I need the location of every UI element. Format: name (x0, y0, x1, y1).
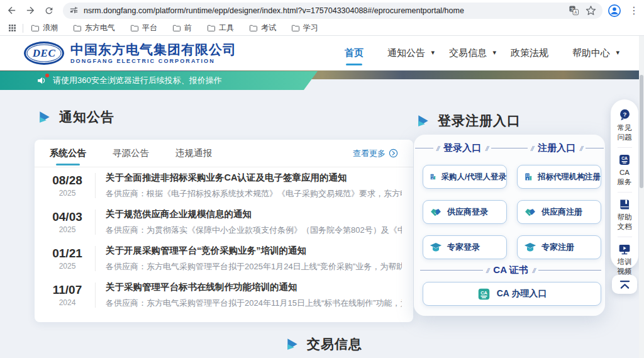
reload-icon (44, 6, 54, 16)
bookmark-folder-dongfang[interactable]: 东方电气 (70, 22, 118, 35)
notice-row[interactable]: 11/07 2024 关于采购管理平台标书在线制作功能培训的通知 各供应商：东方… (35, 277, 413, 313)
forward-button[interactable] (23, 2, 38, 20)
forward-arrow-icon (25, 5, 36, 16)
ca-apply-button[interactable]: CA CA 办理入口 (423, 282, 601, 306)
section-arrow-icon (38, 111, 52, 123)
tab-system-notices[interactable]: 系统公告 (50, 140, 86, 167)
bookmark-folder-langchao[interactable]: 浪潮 (28, 22, 60, 35)
supplier-login-button[interactable]: 供应商登录 (423, 200, 507, 224)
nav-home[interactable]: 首页 (345, 43, 364, 63)
tab-sourcing-notices[interactable]: 寻源公告 (113, 140, 149, 167)
building-icon (524, 171, 533, 183)
quick-access-sidebar: ? 常见问题 CA CA服务 帮助文档 (611, 99, 638, 269)
reload-button[interactable] (42, 2, 57, 20)
folder-icon (73, 24, 82, 33)
question-bubble-icon: ? (618, 108, 631, 121)
notice-date: 08/28 2025 (47, 174, 87, 198)
apps-grid-button[interactable] (5, 22, 19, 35)
notice-title[interactable]: 关于规范供应商企业规模信息的通知 (106, 208, 402, 220)
apps-grid-icon (8, 24, 16, 32)
browser-notice-banner: 请使用360安全浏览器进行后续投标、报价操作 (0, 71, 318, 90)
collapse-sidebar-button[interactable] (612, 275, 637, 294)
agency-register-button[interactable]: 招标代理机构注册 (517, 165, 601, 189)
login-section-title: 登录注册入口 (438, 112, 521, 130)
nav-help-center[interactable]: 帮助中心 (572, 43, 610, 63)
divider (95, 282, 96, 308)
bookmark-folder-platform[interactable]: 平台 (128, 22, 160, 35)
company-name-cn: 中国东方电气集团有限公司 (70, 42, 236, 57)
view-more-link[interactable]: 查看更多 (353, 148, 398, 159)
handshake-icon (524, 206, 536, 218)
graduation-cap-icon (430, 241, 442, 254)
nav-trade-info[interactable]: 交易信息 (449, 43, 487, 63)
section-arrow-icon (286, 338, 299, 350)
notices-tabbar: 系统公告 寻源公告 违规通报 查看更多 (35, 140, 413, 167)
site-settings-icon[interactable] (69, 6, 79, 15)
notice-summary: 各供应商：为贯彻落实《保障中小企业款项支付条例》（国务院令第802号）及《中小企… (106, 225, 402, 236)
building-icon (430, 171, 436, 183)
login-section-header: 登录注册入口 (416, 112, 521, 130)
folder-icon (249, 24, 258, 33)
site-header: DEC 中国东方电气集团有限公司 DONGFANG ELECTRIC CORPO… (0, 36, 644, 70)
training-videos-shortcut[interactable]: 培训视频 (618, 237, 632, 281)
notice-title[interactable]: 关于采购管理平台标书在线制作功能培训的通知 (106, 281, 402, 293)
divider (95, 210, 96, 235)
chrome-menu-button[interactable] (626, 6, 644, 16)
notice-title[interactable]: 关于全面推进非招标采购业务CA认证及电子签章应用的通知 (106, 172, 402, 184)
section-arrow-icon (416, 115, 430, 127)
back-button[interactable] (4, 2, 19, 20)
notices-card: 系统公告 寻源公告 违规通报 查看更多 08/28 2025 关于全面推进非招标… (35, 140, 413, 322)
company-logo[interactable]: DEC 中国东方电气集团有限公司 DONGFANG ELECTRIC CORPO… (24, 42, 236, 65)
bookmark-folder-exam[interactable]: 考试 (247, 22, 279, 35)
notice-row[interactable]: 01/21 2025 关于开展采购管理平台“竞价采购业务”培训的通知 各供应商：… (35, 240, 413, 277)
ca-certificate-icon: CA (477, 288, 491, 301)
ca-service-shortcut[interactable]: CA CA服务 (618, 147, 632, 192)
notices-section-header: 通知公告 (38, 108, 114, 126)
browser-toolbar: nsrm.dongfang.com/platform/runtime/epp/d… (0, 0, 644, 21)
ca-badge-icon: CA (618, 154, 631, 166)
notice-title[interactable]: 关于开展采购管理平台“竞价采购业务”培训的通知 (106, 245, 402, 257)
scrollbar-thumb[interactable] (640, 75, 643, 188)
folder-icon (31, 24, 40, 33)
bookmark-folder-front[interactable]: 前 (170, 22, 194, 35)
svg-text:?: ? (623, 111, 626, 118)
notice-row[interactable]: 04/03 2025 关于规范供应商企业规模信息的通知 各供应商：为贯彻落实《保… (35, 204, 413, 240)
supplier-register-button[interactable]: 供应商注册 (517, 200, 601, 224)
url-text[interactable]: nsrm.dongfang.com/platform/runtime/epp/d… (84, 6, 564, 15)
company-name-en: DONGFANG ELECTRIC CORPORATION (70, 58, 236, 64)
nav-policies[interactable]: 政策法规 (511, 43, 548, 63)
folder-icon (291, 24, 300, 33)
trade-section-title: 交易信息 (307, 335, 362, 353)
document-icon (618, 198, 631, 211)
nav-notices[interactable]: 通知公告 (387, 43, 425, 63)
divider (95, 246, 96, 271)
notice-date: 04/03 2025 (47, 210, 87, 234)
register-group-header: 注册入口 (509, 142, 604, 154)
profile-button[interactable] (608, 4, 621, 18)
page-scrollbar[interactable] (639, 36, 644, 358)
faq-shortcut[interactable]: ? 常见问题 (618, 107, 632, 147)
main-nav: 首页 通知公告 交易信息 政策法规 帮助中心 (345, 36, 610, 70)
notification-dot (45, 74, 49, 77)
tab-violation-reports[interactable]: 违规通报 (175, 140, 212, 167)
login-button-grid: 采购人/代理人登录 招标代理机构注册 供应商登录 供应商注 (423, 165, 601, 259)
profile-avatar-icon (608, 4, 621, 18)
notice-row[interactable]: 08/28 2025 关于全面推进非招标采购业务CA认证及电子签章应用的通知 各… (35, 167, 413, 204)
purchaser-login-button[interactable]: 采购人/代理人登录 (423, 165, 507, 189)
expert-register-button[interactable]: 专家注册 (517, 235, 601, 259)
graduation-cap-icon (524, 241, 536, 254)
bookmark-star-icon[interactable] (586, 5, 596, 16)
dec-logo-icon: DEC (24, 42, 64, 65)
notice-summary: 各供应商：根据《电子招标投标系统技术规范》《电子采购交易规范》要求，东方电气采购… (106, 188, 402, 199)
notice-date: 11/07 2024 (47, 283, 87, 307)
svg-text:CA: CA (621, 156, 628, 160)
notice-summary: 各供应商：东方电气采购管理平台拟于2025年1月24日上线“竞价采购”业务，为帮… (106, 261, 402, 272)
bookmark-folder-tools[interactable]: 工具 (204, 22, 236, 35)
translate-icon[interactable]: 文 A (569, 5, 579, 16)
notices-section-title: 通知公告 (59, 108, 114, 126)
ca-group-header: CA 证书 (420, 264, 601, 276)
bookmark-folder-study[interactable]: 学习 (289, 22, 321, 35)
url-bar[interactable]: nsrm.dongfang.com/platform/runtime/epp/d… (63, 3, 602, 19)
expert-login-button[interactable]: 专家登录 (423, 235, 507, 259)
help-docs-shortcut[interactable]: 帮助文档 (618, 192, 632, 237)
